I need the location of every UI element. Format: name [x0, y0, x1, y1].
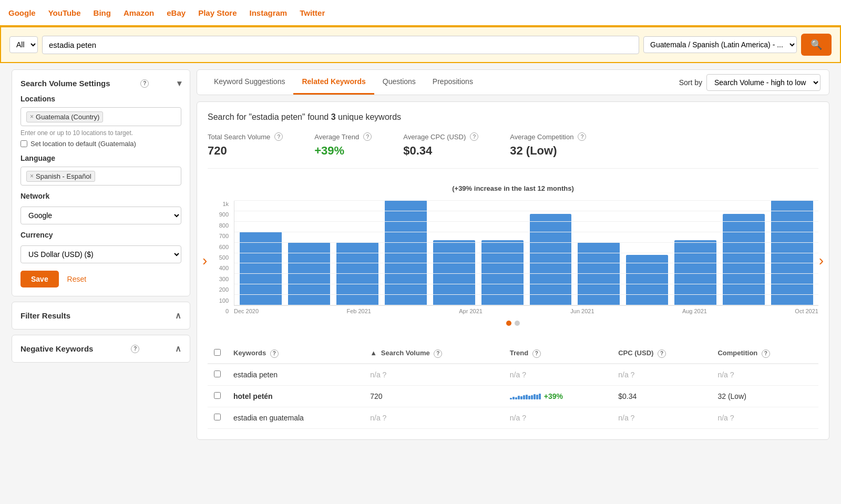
location-tag-remove[interactable]: ×	[30, 113, 34, 120]
col-trend-info: ?	[532, 349, 541, 358]
set-default-checkbox[interactable]	[20, 140, 27, 147]
results-headline: Search for "estadia peten" found 3 uniqu…	[208, 112, 818, 122]
network-select[interactable]: Google	[20, 207, 181, 224]
locations-input[interactable]: × Guatemala (Country)	[20, 107, 181, 126]
tab-related-keywords[interactable]: Related Keywords	[293, 70, 374, 95]
col-cpc-info: ?	[658, 349, 666, 358]
settings-title: Search Volume Settings	[20, 79, 110, 88]
nav-instagram[interactable]: Instagram	[250, 1, 288, 25]
negative-keywords-panel: Negative Keywords ? ∧	[12, 335, 190, 363]
tab-keyword-suggestions[interactable]: Keyword Suggestions	[206, 70, 293, 95]
cell-keyword: estadia peten	[227, 364, 364, 386]
negative-keywords-info-icon: ?	[131, 345, 139, 353]
stat-avg-trend: Average Trend ? +39%	[314, 132, 372, 158]
stat-3-value: 32 (Low)	[510, 144, 586, 158]
table-row: estadia petenn/a ?n/a ?n/a ?n/a ?	[208, 364, 818, 386]
nav-amazon[interactable]: Amazon	[124, 1, 154, 25]
row-checkbox[interactable]	[214, 371, 221, 377]
cell-keyword: hotel petén	[227, 385, 364, 407]
language-tag: × Spanish - Español	[26, 171, 95, 182]
settings-info-icon: ?	[140, 79, 149, 88]
chart-bars	[234, 201, 818, 306]
cell-cpc: $0.34	[612, 385, 711, 407]
currency-select[interactable]: US Dollar (USD) ($)	[20, 245, 181, 263]
location-select[interactable]: Guatemala / Spanish (Latin America) - ..…	[643, 36, 797, 53]
network-title: Network	[20, 192, 181, 200]
stat-3-info-icon: ?	[578, 132, 586, 141]
stat-2-info-icon: ?	[470, 132, 478, 141]
tabs-bar: Keyword Suggestions Related Keywords Que…	[197, 69, 829, 95]
settings-chevron-icon: ▾	[177, 78, 181, 88]
select-all-checkbox[interactable]	[214, 349, 221, 356]
col-keywords: Keywords ?	[227, 344, 364, 364]
stat-avg-competition: Average Competition ? 32 (Low)	[510, 132, 586, 158]
col-keywords-info: ?	[270, 349, 279, 358]
nav-ebay[interactable]: eBay	[167, 1, 186, 25]
cell-trend: +39%	[504, 385, 612, 407]
language-tag-remove[interactable]: ×	[30, 172, 34, 180]
results-panel: Search for "estadia peten" found 3 uniqu…	[197, 101, 829, 440]
search-input[interactable]	[42, 36, 639, 54]
row-checkbox[interactable]	[214, 392, 221, 399]
sort-by: Sort by Search Volume - high to low	[679, 74, 821, 91]
col-cpc: CPC (USD) ?	[612, 344, 711, 364]
sort-arrow-icon: ▲	[370, 349, 377, 357]
search-type-select[interactable]: All	[9, 36, 38, 53]
save-button[interactable]: Save	[20, 271, 59, 287]
negative-keywords-chevron-icon: ∧	[175, 344, 181, 354]
chart-y-axis: 1k 900 800 700 600 500 400 300 200 100 0	[208, 201, 232, 314]
stat-avg-cpc: Average CPC (USD) ? $0.34	[403, 132, 478, 158]
cell-competition: n/a ?	[711, 364, 818, 386]
nav-playstore[interactable]: Play Store	[198, 1, 237, 25]
chart-dot-2[interactable]	[515, 321, 520, 326]
tab-questions[interactable]: Questions	[374, 70, 424, 95]
sort-label: Sort by	[679, 78, 702, 87]
nav-google[interactable]: Google	[8, 1, 36, 25]
filter-chevron-icon: ∧	[175, 311, 181, 321]
cell-competition: n/a ?	[711, 407, 818, 428]
chart-prev-button[interactable]: ›	[202, 252, 207, 269]
chart-dots	[208, 321, 818, 326]
table-row: hotel petén720+39%$0.3432 (Low)	[208, 385, 818, 407]
nav-youtube[interactable]: YouTube	[48, 1, 81, 25]
cell-trend: n/a ?	[504, 407, 612, 428]
col-competition-info: ?	[762, 349, 770, 358]
location-hint: Enter one or up to 10 locations to targe…	[20, 129, 181, 137]
chart-x-labels: Dec 2020Feb 2021Apr 2021Jun 2021Aug 2021…	[234, 308, 818, 314]
search-button[interactable]: 🔍	[801, 34, 832, 56]
row-checkbox[interactable]	[214, 414, 221, 420]
nav-twitter[interactable]: Twitter	[300, 1, 325, 25]
chart-title: (+39% increase in the last 12 months)	[208, 184, 818, 192]
reset-button[interactable]: Reset	[67, 275, 87, 283]
stat-2-value: $0.34	[403, 144, 478, 158]
stat-1-info-icon: ?	[363, 132, 372, 141]
cell-search-volume: n/a ?	[364, 364, 504, 386]
tab-prepositions[interactable]: Prepositions	[424, 70, 481, 95]
col-trend: Trend ?	[504, 344, 612, 364]
table-head: Keywords ? ▲ Search Volume ? Trend ?	[208, 344, 818, 364]
table-header-row: Keywords ? ▲ Search Volume ? Trend ?	[208, 344, 818, 364]
chart-next-button[interactable]: ›	[819, 252, 824, 269]
cell-cpc: n/a ?	[612, 407, 711, 428]
col-search-volume[interactable]: ▲ Search Volume ?	[364, 344, 504, 364]
col-competition: Competition ?	[711, 344, 818, 364]
cell-search-volume: n/a ?	[364, 407, 504, 428]
filter-panel-header[interactable]: Filter Results ∧	[20, 311, 181, 321]
cell-search-volume: 720	[364, 385, 504, 407]
language-input[interactable]: × Spanish - Español	[20, 167, 181, 186]
settings-panel-header[interactable]: Search Volume Settings ? ▾	[20, 78, 181, 88]
chart-container: (+39% increase in the last 12 months) 1k…	[208, 179, 818, 342]
cell-trend: n/a ?	[504, 364, 612, 386]
negative-keywords-header[interactable]: Negative Keywords ? ∧	[20, 344, 181, 354]
filter-panel: Filter Results ∧	[12, 302, 190, 330]
location-tag: × Guatemala (Country)	[26, 111, 103, 122]
cell-competition: 32 (Low)	[711, 385, 818, 407]
nav-bing[interactable]: Bing	[94, 1, 111, 25]
chart-dot-1[interactable]	[506, 321, 511, 326]
set-default-checkbox-label[interactable]: Set location to default (Guatemala)	[20, 140, 181, 148]
top-nav: Google YouTube Bing Amazon eBay Play Sto…	[0, 0, 841, 26]
language-title: Language	[20, 154, 181, 162]
sort-select[interactable]: Search Volume - high to low	[706, 74, 821, 91]
filter-title: Filter Results	[20, 311, 70, 320]
stats-row: Total Search Volume ? 720 Average Trend …	[208, 132, 818, 169]
